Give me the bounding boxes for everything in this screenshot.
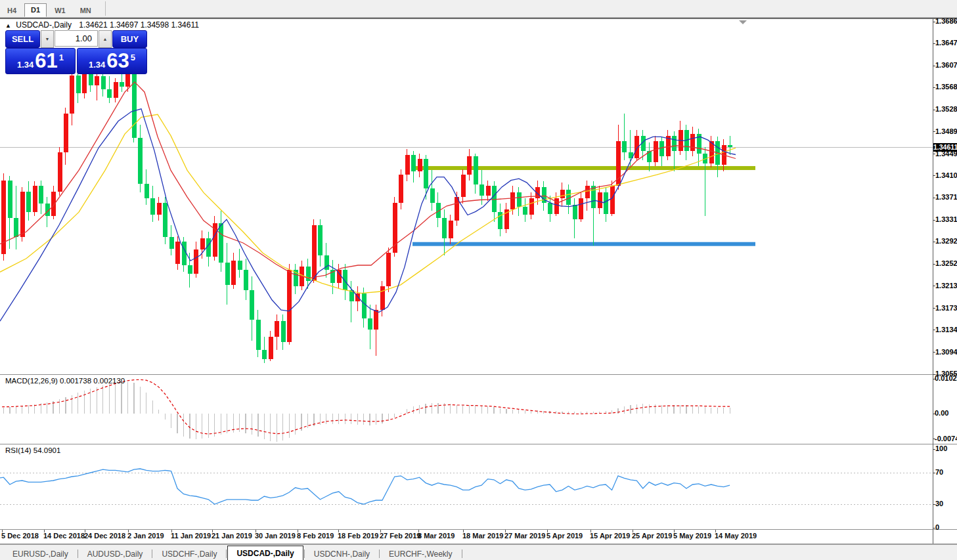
symbol-tab-eurchf[interactable]: EURCHF-,Weekly [380, 548, 460, 560]
price-axis-label: 1.31340 [935, 326, 957, 334]
candle-body [76, 75, 81, 93]
price-axis-label: 1.32920 [935, 237, 957, 245]
candle-body [474, 156, 478, 184]
candle-body [585, 186, 590, 198]
candle-body [486, 186, 491, 195]
macd-signal-value: 0.002130 [93, 377, 125, 385]
buy-price-pip: 5 [131, 53, 135, 62]
date-axis-label: 2 Jan 2019 [127, 532, 164, 540]
candle-body [529, 198, 534, 215]
buy-price-button[interactable]: 1.34 63 5 [77, 48, 147, 74]
date-axis-label: 15 Apr 2019 [590, 532, 630, 540]
rsi-axis-label: 100 [935, 444, 947, 452]
date-axis-label: 18 Feb 2019 [338, 532, 378, 540]
candle-body [150, 198, 155, 215]
macd-axis-label: 0.00 [935, 409, 948, 417]
tab-separator [462, 549, 462, 558]
one-click-trading-panel: SELL ▼ ▲ BUY 1.34 61 1 1.34 63 5 [5, 30, 147, 74]
symbol-tab-eurusd[interactable]: EURUSD-,Daily [4, 548, 77, 560]
date-axis-label: 30 Jan 2019 [255, 532, 296, 540]
candle-body [269, 337, 273, 359]
date-axis-label: 8 Mar 2019 [418, 532, 455, 540]
macd-main-value: 0.001738 [60, 377, 91, 385]
candle-body [573, 205, 577, 219]
candle-body [405, 155, 410, 175]
candle-body [430, 188, 435, 203]
candle-body [318, 225, 323, 255]
candle-body [169, 237, 174, 248]
candle-body [517, 192, 522, 206]
date-axis-label: 18 Mar 2019 [462, 532, 503, 540]
candle-body [200, 238, 205, 249]
date-axis-label: 27 Mar 2019 [504, 532, 545, 540]
candle-body [386, 253, 391, 286]
date-axis-label: 25 Apr 2019 [632, 532, 672, 540]
candle-body [610, 186, 615, 214]
candle-body [101, 76, 106, 89]
volume-decrease-button[interactable]: ▼ [41, 30, 54, 48]
price-axis-label: 1.30940 [935, 348, 957, 356]
candle-body [250, 290, 254, 320]
timeframe-tab-w1[interactable]: W1 [48, 4, 72, 17]
sell-price-button[interactable]: 1.34 61 1 [5, 48, 76, 74]
candle-body [510, 192, 515, 209]
price-axis-label: 1.32520 [935, 259, 957, 267]
toolbar-divider [105, 1, 106, 16]
candle-body [399, 175, 403, 203]
date-axis-label: 5 Dec 2018 [1, 532, 39, 540]
tab-separator [379, 549, 380, 558]
candle-body [238, 261, 242, 270]
candle-body [479, 184, 484, 196]
symbol-tab-usdcad[interactable]: USDCAD-,Daily [227, 546, 303, 560]
date-axis-label: 21 Jan 2019 [211, 532, 252, 540]
support-line [412, 242, 755, 246]
candle-body [349, 290, 354, 301]
date-axis-label: 5 Apr 2019 [546, 532, 583, 540]
tab-separator [304, 549, 305, 558]
volume-input[interactable] [55, 30, 98, 47]
candle-body [411, 155, 416, 172]
timeframe-tab-mn[interactable]: MN [74, 4, 98, 17]
chart-symbol-label: USDCAD-,Daily [16, 20, 72, 30]
symbol-tab-usdchf[interactable]: USDCHF-,Daily [153, 548, 225, 560]
buy-button[interactable]: BUY [112, 30, 147, 48]
candle-body [654, 141, 658, 162]
candle-body [728, 145, 732, 147]
date-axis-label: 24 Dec 2018 [84, 532, 125, 540]
candle-body [690, 134, 695, 151]
candle-body [598, 192, 602, 208]
candle-body [548, 203, 552, 214]
symbol-tab-usdcnh[interactable]: USDCNH-,Daily [305, 548, 378, 560]
candle-body [20, 192, 25, 238]
timeframe-tab-h4[interactable]: H4 [1, 4, 23, 17]
sell-price-prefix: 1.34 [17, 60, 33, 70]
volume-increase-button[interactable]: ▲ [99, 30, 112, 48]
symbol-tab-audusd[interactable]: AUDUSD-,Daily [79, 548, 152, 560]
candle-body [672, 136, 677, 151]
rsi-axis-label: 0 [935, 523, 939, 531]
buy-price-big-digits: 63 [106, 50, 129, 72]
sell-button[interactable]: SELL [5, 30, 40, 48]
rsi-axis-label: 70 [935, 468, 943, 476]
candle-body [107, 89, 112, 98]
date-axis-label: 5 May 2019 [673, 532, 711, 540]
buy-price-prefix: 1.34 [89, 60, 105, 70]
macd-indicator-label: MACD(12,26,9) 0.001738 0.002130 [5, 377, 125, 385]
candle-body [560, 190, 565, 198]
candle-body [244, 270, 248, 290]
chart-canvas[interactable] [0, 0, 957, 560]
timeframe-tab-d1[interactable]: D1 [24, 3, 47, 17]
candle-body [287, 270, 292, 343]
collapse-panel-icon[interactable]: ▲ [5, 22, 11, 29]
candle-body [206, 238, 211, 257]
rsi-indicator-label: RSI(14) 54.0901 [5, 446, 60, 454]
sell-price-pip: 1 [59, 53, 64, 62]
candle-body [125, 74, 130, 87]
date-axis-label: 14 Dec 2018 [43, 532, 85, 540]
candle-body [51, 192, 56, 216]
price-axis-label: 1.33710 [935, 193, 957, 201]
candle-body [225, 263, 230, 285]
candle-body [175, 242, 180, 264]
candle-body [461, 175, 466, 197]
candle-body [64, 114, 68, 153]
